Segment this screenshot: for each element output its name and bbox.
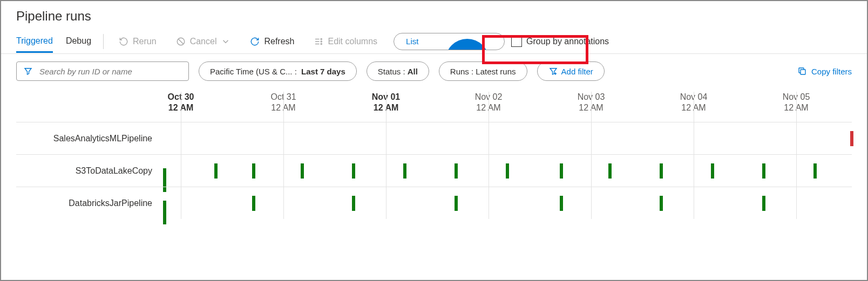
run-tick[interactable] (163, 201, 166, 224)
run-tick[interactable] (850, 131, 853, 146)
gantt-header: Oct 3012 AMOct 3112 AMNov 0112 AMNov 021… (16, 92, 852, 122)
gantt-row: S3ToDataLakeCopy (16, 154, 852, 187)
gantt-chart: Oct 3012 AMOct 3112 AMNov 0112 AMNov 021… (16, 92, 852, 253)
filter-status-label: Status : (378, 67, 405, 76)
add-filter-label: Add filter (561, 67, 593, 76)
tab-triggered[interactable]: Triggered (16, 31, 53, 53)
filter-timerange[interactable]: Pacific Time (US & C... : Last 7 days (199, 61, 357, 81)
separator (103, 34, 104, 49)
group-by-annotations[interactable]: Group by annotations (511, 36, 609, 47)
filter-bar: Pacific Time (US & C... : Last 7 days St… (1, 54, 867, 86)
filter-runs[interactable]: Runs : Latest runs (439, 61, 527, 81)
run-tick[interactable] (813, 163, 817, 179)
add-filter-icon (548, 66, 558, 76)
copy-filters-button[interactable]: Copy filters (797, 66, 852, 76)
refresh-label: Refresh (264, 37, 294, 46)
filter-runs-label: Runs : (450, 67, 473, 76)
run-tick[interactable] (214, 163, 218, 179)
refresh-button[interactable]: Refresh (247, 33, 297, 50)
run-tick[interactable] (660, 196, 663, 211)
filter-status-value: All (408, 67, 418, 76)
filter-timerange-value: Last 7 days (301, 67, 345, 76)
run-tick[interactable] (352, 163, 355, 179)
run-tick[interactable] (352, 196, 355, 211)
chevron-down-icon (221, 37, 230, 46)
run-tick[interactable] (301, 163, 304, 179)
run-tick[interactable] (506, 163, 509, 179)
edit-columns-label: Edit columns (328, 37, 377, 46)
svg-rect-4 (801, 70, 805, 74)
run-tick[interactable] (762, 196, 765, 211)
run-tick[interactable] (560, 196, 563, 211)
run-tick[interactable] (455, 196, 458, 211)
filter-icon (23, 66, 33, 76)
run-tick[interactable] (252, 196, 255, 211)
gantt-row: DatabricksJarPipeline (16, 187, 852, 219)
view-toggle: List Gantt (394, 33, 505, 50)
cancel-icon (176, 37, 186, 46)
rerun-label: Rerun (133, 37, 157, 46)
gantt-row-label[interactable]: SalesAnalyticsMLPipeline (16, 122, 162, 154)
cancel-button[interactable]: Cancel (173, 33, 234, 50)
run-tick[interactable] (711, 163, 714, 179)
copy-icon (797, 66, 807, 76)
run-tick[interactable] (608, 163, 612, 179)
page-title: Pipeline runs (1, 1, 867, 27)
svg-point-2 (321, 40, 322, 42)
rerun-button[interactable]: Rerun (116, 33, 160, 50)
gantt-body: SalesAnalyticsMLPipelineS3ToDataLakeCopy… (16, 122, 852, 219)
cancel-label: Cancel (190, 37, 217, 46)
columns-icon (314, 37, 323, 46)
add-filter-button[interactable]: Add filter (537, 61, 605, 81)
gantt-row-label[interactable]: DatabricksJarPipeline (16, 187, 162, 219)
rerun-icon (119, 37, 128, 46)
copy-filters-label: Copy filters (811, 67, 852, 76)
group-by-label: Group by annotations (526, 37, 609, 46)
checkbox-icon[interactable] (511, 36, 522, 47)
search-field[interactable] (38, 66, 182, 77)
search-input[interactable] (16, 61, 189, 81)
run-tick[interactable] (252, 163, 255, 179)
toolbar: Triggered Debug Rerun Cancel Refresh Edi… (1, 27, 867, 54)
filter-timezone-label: Pacific Time (US & C... (210, 67, 293, 76)
filter-status[interactable]: Status : All (367, 61, 429, 81)
run-tick[interactable] (403, 163, 406, 179)
tabs: Triggered Debug (16, 31, 91, 52)
edit-columns-button[interactable]: Edit columns (310, 33, 381, 50)
run-tick[interactable] (660, 163, 663, 179)
svg-point-1 (321, 38, 322, 39)
view-toggle-list[interactable]: List (394, 33, 430, 50)
gantt-row: SalesAnalyticsMLPipeline (16, 122, 852, 154)
refresh-icon (250, 37, 260, 46)
run-tick[interactable] (455, 163, 458, 179)
filter-runs-value: Latest runs (476, 67, 516, 76)
view-toggle-gantt[interactable]: Gantt (445, 39, 489, 50)
run-tick[interactable] (560, 163, 563, 179)
gantt-row-label[interactable]: S3ToDataLakeCopy (16, 155, 162, 187)
svg-point-3 (321, 43, 322, 44)
tab-debug[interactable]: Debug (66, 31, 91, 52)
run-tick[interactable] (762, 163, 765, 179)
